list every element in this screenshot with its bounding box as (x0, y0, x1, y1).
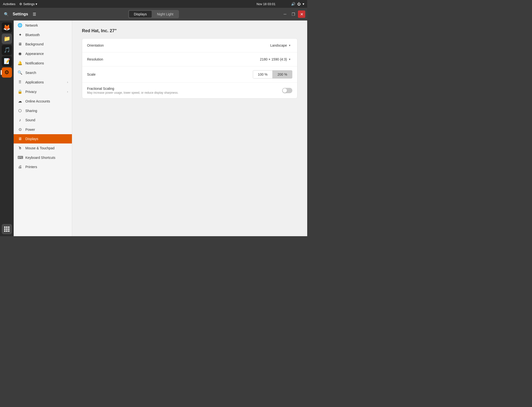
search-button[interactable]: 🔍 (2, 10, 11, 19)
search-icon: 🔍 (18, 70, 22, 75)
sidebar-item-power[interactable]: ⊙Power (14, 125, 72, 134)
monitor-title: Red Hat, Inc. 27" (82, 28, 297, 33)
sidebar-item-search[interactable]: 🔍Search (14, 68, 72, 77)
sidebar-item-network[interactable]: 🌐Network (14, 20, 72, 30)
taskbar-icon-settings[interactable]: ⚙ (2, 67, 12, 78)
fractional-scaling-toggle[interactable] (282, 88, 292, 93)
menu-button[interactable]: ☰ (30, 10, 39, 19)
tab-night-light[interactable]: Night Light (152, 11, 178, 18)
sidebar-label-keyboard-shortcuts: Keyboard Shortcuts (25, 156, 55, 160)
display-settings-card: Orientation Landscape ▾ Resolution 2180 … (82, 38, 297, 99)
activities-button[interactable]: Activities (3, 2, 15, 6)
main-content: 🦊 📁 🎵 📝 ⚙ (0, 20, 307, 236)
appearance-icon: ◉ (18, 51, 22, 56)
content-panel: Red Hat, Inc. 27" Orientation Landscape … (72, 20, 307, 236)
orientation-value: Landscape (270, 43, 287, 47)
sound-icon: ♪ (18, 118, 22, 122)
volume-icon[interactable]: 🔊 (291, 2, 295, 6)
minimize-button[interactable]: ─ (281, 10, 289, 18)
sidebar-label-mouse-touchpad: Mouse & Touchpad (25, 146, 55, 150)
settings-title: Settings (13, 12, 28, 16)
mouse-touchpad-icon: 🖱 (18, 146, 22, 150)
scale-group: 100 % 200 % (253, 70, 292, 79)
settings-menu-label: Settings (23, 2, 35, 6)
settings-menu[interactable]: ⚙ Settings ▾ (19, 2, 37, 6)
resolution-value: 2180 × 1590 (4:3) (260, 57, 287, 61)
notifications-icon: 🔔 (18, 61, 22, 65)
header-bar: 🔍 Settings ☰ Displays Night Light ─ ❐ ✕ (0, 8, 307, 20)
scale-100-button[interactable]: 100 % (253, 71, 273, 78)
sidebar-item-online-accounts[interactable]: ☁Online Accounts (14, 96, 72, 106)
sidebar-label-privacy: Privacy (25, 90, 37, 94)
show-applications-button[interactable] (2, 224, 12, 234)
maximize-button[interactable]: ❐ (290, 10, 297, 18)
sidebar-item-displays[interactable]: 🖥Displays (14, 134, 72, 143)
scale-label: Scale (87, 72, 253, 76)
sidebar-item-printers[interactable]: 🖨Printers (14, 162, 72, 172)
displays-icon: 🖥 (18, 137, 22, 141)
sidebar-item-appearance[interactable]: ◉Appearance (14, 49, 72, 58)
taskbar: 🦊 📁 🎵 📝 ⚙ (0, 20, 14, 236)
background-icon: 🖥 (18, 42, 22, 46)
sidebar-item-sound[interactable]: ♪Sound (14, 115, 72, 125)
bluetooth-icon: ✦ (18, 32, 22, 37)
sidebar-item-mouse-touchpad[interactable]: 🖱Mouse & Touchpad (14, 143, 72, 153)
applications-arrow-icon: › (67, 81, 68, 84)
sidebar-label-search: Search (25, 71, 36, 75)
system-menu-arrow[interactable]: ▾ (303, 2, 304, 6)
sidebar-item-sharing[interactable]: ⬡Sharing (14, 106, 72, 115)
sidebar-label-bluetooth: Bluetooth (25, 33, 40, 37)
fractional-scaling-label: Fractional Scaling (87, 87, 282, 91)
resolution-label: Resolution (87, 57, 258, 61)
scale-row: Scale 100 % 200 % (82, 66, 297, 83)
keyboard-shortcuts-icon: ⌨ (18, 155, 22, 160)
privacy-arrow-icon: › (67, 90, 68, 93)
close-button[interactable]: ✕ (298, 10, 305, 18)
orientation-label: Orientation (87, 43, 268, 47)
sidebar-label-applications: Applications (25, 80, 44, 84)
power-icon[interactable]: ⏻ (297, 2, 301, 6)
sidebar-item-keyboard-shortcuts[interactable]: ⌨Keyboard Shortcuts (14, 153, 72, 162)
orientation-dropdown-arrow: ▾ (289, 44, 290, 47)
scale-200-button[interactable]: 200 % (273, 71, 292, 78)
sidebar-label-printers: Printers (25, 165, 37, 169)
sidebar-label-appearance: Appearance (25, 52, 44, 56)
fractional-scaling-row: Fractional Scaling May increase power us… (82, 83, 297, 98)
resolution-dropdown[interactable]: 2180 × 1590 (4:3) ▾ (258, 56, 292, 62)
fractional-scaling-subtitle: May increase power usage, lower speed, o… (87, 91, 282, 94)
resolution-dropdown-arrow: ▾ (289, 58, 290, 61)
app-window: 🔍 Settings ☰ Displays Night Light ─ ❐ ✕ … (0, 8, 307, 236)
sidebar: 🌐Network✦Bluetooth🖥Background◉Appearance… (14, 20, 72, 236)
taskbar-icon-files[interactable]: 📁 (2, 34, 12, 44)
settings-menu-arrow: ▾ (36, 2, 37, 6)
sidebar-item-background[interactable]: 🖥Background (14, 40, 72, 49)
applications-icon: ⠿ (18, 80, 22, 84)
settings-gear-icon: ⚙ (19, 2, 22, 6)
sidebar-item-privacy[interactable]: 🔒Privacy› (14, 87, 72, 96)
orientation-row: Orientation Landscape ▾ (82, 39, 297, 52)
sharing-icon: ⬡ (18, 108, 22, 113)
system-bar: Activities ⚙ Settings ▾ Nov 18 03:01 🔊 ⏻… (0, 0, 307, 8)
sidebar-label-network: Network (25, 23, 38, 27)
printers-icon: 🖨 (18, 165, 22, 169)
window-controls: ─ ❐ ✕ (281, 10, 305, 18)
sidebar-label-background: Background (25, 42, 44, 46)
privacy-icon: 🔒 (18, 89, 22, 94)
sidebar-item-notifications[interactable]: 🔔Notifications (14, 58, 72, 68)
sidebar-item-bluetooth[interactable]: ✦Bluetooth (14, 30, 72, 40)
sidebar-label-sound: Sound (25, 118, 35, 122)
taskbar-icon-writer[interactable]: 📝 (2, 56, 12, 66)
orientation-dropdown[interactable]: Landscape ▾ (268, 42, 292, 48)
sidebar-label-sharing: Sharing (25, 109, 37, 113)
sidebar-label-displays: Displays (25, 137, 38, 141)
sidebar-label-power: Power (25, 128, 35, 132)
tab-displays[interactable]: Displays (129, 11, 152, 18)
resolution-row: Resolution 2180 × 1590 (4:3) ▾ (82, 52, 297, 66)
taskbar-icon-firefox[interactable]: 🦊 (2, 22, 12, 33)
online-accounts-icon: ☁ (18, 99, 22, 103)
sidebar-label-notifications: Notifications (25, 61, 44, 65)
taskbar-icon-rhythmbox[interactable]: 🎵 (2, 45, 12, 55)
network-icon: 🌐 (18, 23, 22, 28)
datetime-label: Nov 18 03:01 (256, 2, 275, 6)
sidebar-item-applications[interactable]: ⠿Applications› (14, 77, 72, 87)
